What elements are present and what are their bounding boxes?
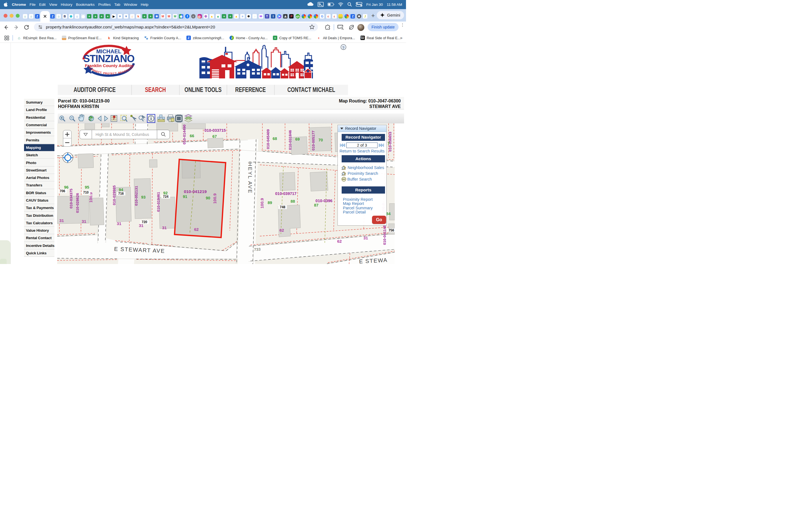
svg-text:31: 31: [162, 225, 167, 230]
svg-text:95: 95: [85, 185, 89, 189]
svg-text:E STEWA: E STEWA: [359, 257, 388, 264]
svg-text:69: 69: [295, 137, 300, 142]
svg-text:67: 67: [213, 134, 217, 138]
svg-text:706: 706: [60, 189, 65, 193]
svg-text:84: 84: [386, 211, 391, 216]
svg-text:94: 94: [119, 188, 123, 192]
svg-text:756: 756: [389, 229, 394, 232]
svg-text:62: 62: [194, 227, 199, 232]
svg-text:010-031846: 010-031846: [288, 130, 292, 150]
svg-text:87: 87: [314, 203, 318, 207]
svg-text:68: 68: [273, 136, 277, 141]
svg-text:31: 31: [363, 236, 368, 240]
svg-text:748: 748: [280, 205, 285, 209]
svg-text:HEYL AVE: HEYL AVE: [247, 162, 253, 194]
svg-text:720: 720: [142, 220, 147, 224]
svg-text:733: 733: [254, 247, 261, 252]
svg-text:90: 90: [206, 196, 210, 200]
svg-text:STINZIANO: STINZIANO: [83, 53, 134, 64]
svg-text:010-039717: 010-039717: [275, 191, 296, 196]
svg-text:010-033715: 010-033715: [204, 128, 226, 133]
svg-text:100.9: 100.9: [213, 193, 217, 204]
svg-text:96: 96: [64, 185, 69, 189]
svg-text:91: 91: [183, 194, 187, 199]
svg-text:010-041148: 010-041148: [382, 225, 387, 245]
svg-text:66: 66: [190, 134, 194, 138]
svg-text:010-041219: 010-041219: [184, 189, 207, 194]
svg-text:010-005177: 010-005177: [311, 131, 315, 150]
svg-text:7: 7: [388, 141, 390, 146]
svg-text:31: 31: [59, 218, 64, 223]
svg-text:62: 62: [279, 228, 284, 233]
svg-text:010-028626: 010-028626: [75, 193, 79, 213]
svg-text:89: 89: [267, 201, 272, 205]
svg-text:Franklin County Auditor: Franklin County Auditor: [85, 63, 134, 68]
svg-text:716: 716: [118, 192, 124, 195]
svg-text:70: 70: [318, 138, 323, 142]
svg-text:010-0396: 010-0396: [315, 199, 332, 203]
svg-text:010-029985: 010-029985: [112, 185, 116, 205]
svg-text:010-045409: 010-045409: [266, 129, 270, 149]
svg-text:010-014490: 010-014490: [182, 124, 186, 144]
svg-text:93: 93: [141, 195, 146, 200]
svg-text:88: 88: [291, 199, 295, 204]
svg-text:31: 31: [117, 221, 121, 226]
svg-text:31: 31: [82, 219, 86, 224]
svg-text:100.9: 100.9: [260, 198, 264, 208]
svg-text:010-034375: 010-034375: [69, 188, 73, 208]
svg-text:010-019461: 010-019461: [156, 192, 160, 212]
svg-text:724: 724: [163, 195, 169, 199]
svg-text:710: 710: [83, 191, 89, 194]
svg-text:62: 62: [337, 239, 342, 244]
svg-text:010-052131: 010-052131: [134, 186, 139, 206]
